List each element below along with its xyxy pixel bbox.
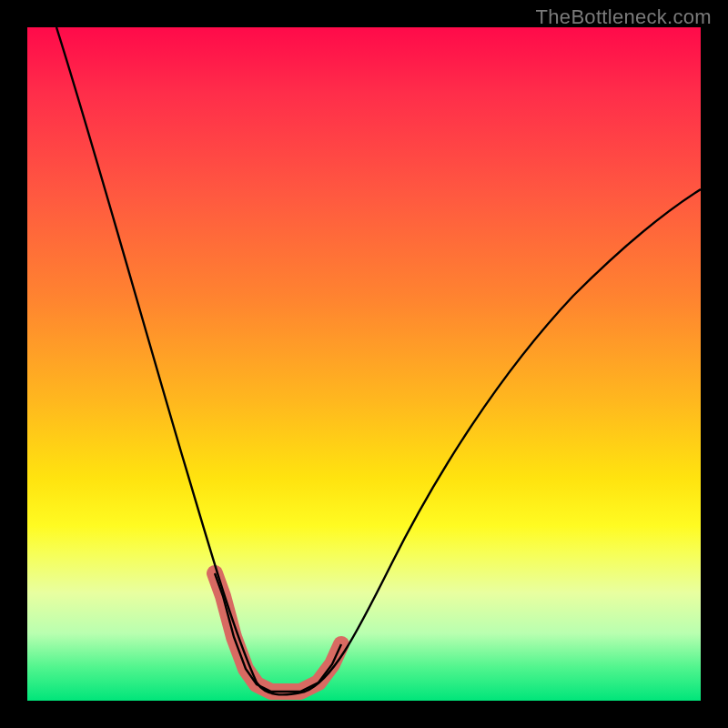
plot-area [27,27,701,701]
watermark-text: TheBottleneck.com [536,5,712,29]
chart-frame: TheBottleneck.com [0,0,728,728]
curve-layer [27,27,701,701]
bottleneck-curve [56,27,701,694]
